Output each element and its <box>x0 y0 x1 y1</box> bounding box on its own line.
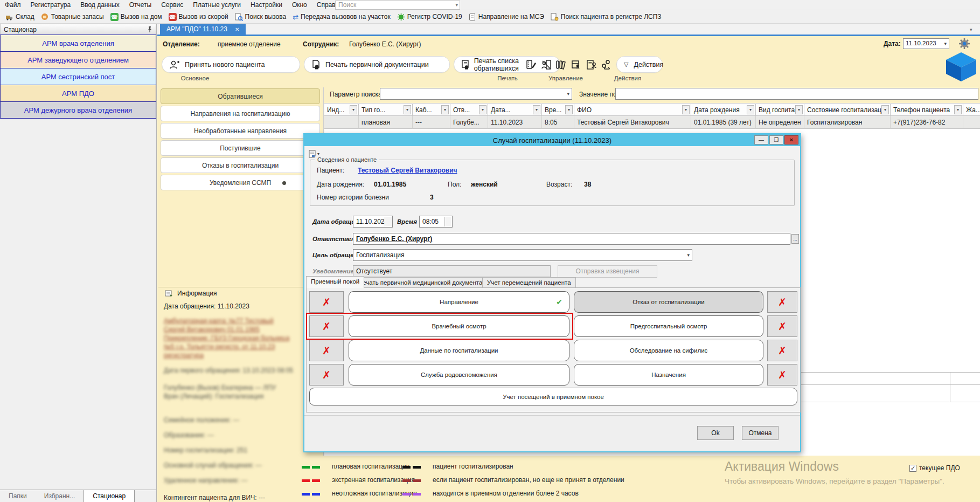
table-row-cell[interactable]: Госпитализирован <box>804 116 891 129</box>
tab-favorites[interactable]: Избранн... <box>36 490 84 502</box>
menu-service[interactable]: Сервис <box>156 0 188 10</box>
toolbar-warehouse[interactable]: Склад <box>2 11 38 23</box>
delete-syphilis-screening-button[interactable]: ✗ <box>767 340 797 361</box>
column-header-fio[interactable]: ФИО▾ <box>574 104 691 116</box>
medical-exam-button[interactable]: Врачебный осмотр <box>349 315 569 337</box>
spinner-icon[interactable] <box>385 217 392 226</box>
table-row-cell[interactable]: 11.10.2023 <box>488 116 542 129</box>
filter-icon[interactable]: ▾ <box>747 105 754 114</box>
filter-icon[interactable]: ▾ <box>350 105 357 114</box>
close-button[interactable]: ✕ <box>784 135 798 145</box>
patient-name-link[interactable]: Тестовый Сергей Витакорович <box>358 167 457 174</box>
column-header-responsible[interactable]: Отв...▾ <box>450 104 488 116</box>
ok-button[interactable]: Ok <box>697 426 734 440</box>
minimize-button[interactable]: — <box>754 135 768 145</box>
print-primary-docs-button[interactable]: Печать первичной документации <box>304 56 450 73</box>
close-icon[interactable]: ✕ <box>235 26 239 32</box>
responsible-picker-button[interactable]: ... <box>791 234 799 244</box>
hospitalization-data-button[interactable]: Данные по госпитализации <box>349 340 569 361</box>
toolbar-transfer-calls[interactable]: ⇄ Передача вызовов на участок <box>289 11 393 23</box>
filter-icon[interactable]: ▾ <box>533 105 540 114</box>
column-header-time[interactable]: Вре...▾ <box>542 104 574 116</box>
column-header-complaints[interactable]: Жа... <box>963 104 980 116</box>
column-header-phone[interactable]: Телефон пациента▾ <box>891 104 963 116</box>
nav-item-unprocessed-referrals[interactable]: Необработанные направления <box>161 123 320 139</box>
nav-item-ssmp-notifications[interactable]: Уведомления ССМП <box>161 175 320 190</box>
search-param-select[interactable]: ▾ <box>380 88 572 100</box>
document-person-button[interactable] <box>585 56 599 73</box>
table-row-cell[interactable]: Не определен <box>756 116 804 129</box>
filter-icon[interactable]: ▾ <box>441 105 449 114</box>
obstetrics-service-button[interactable]: Служба родовспоможения <box>349 364 569 386</box>
table-row-cell[interactable] <box>324 116 359 129</box>
table-row-cell[interactable] <box>963 116 980 129</box>
sidebar-item-arm-pdo[interactable]: АРМ ПДО <box>0 85 156 102</box>
column-header-type[interactable]: Тип го...▾ <box>359 104 413 116</box>
maximize-button[interactable]: ❒ <box>769 135 783 145</box>
toolbar-home-call[interactable]: ☎ Вызов на дом <box>107 11 165 23</box>
menu-registry[interactable]: Регистратура <box>26 0 76 10</box>
delete-prescriptions-button[interactable]: ✗ <box>767 364 797 386</box>
filter-icon[interactable]: ▾ <box>795 105 803 114</box>
table-row-cell[interactable]: Голубе... <box>450 116 488 129</box>
toolbar-ambulance-call[interactable]: ☎ Вызов из скорой <box>165 11 232 23</box>
toolbar-goods-stock[interactable]: Товарные запасы <box>38 11 107 23</box>
sidebar-item-arm-sestrinsky[interactable]: АРМ сестринский пост <box>0 68 156 85</box>
table-row-cell[interactable]: 8:05 <box>542 116 574 129</box>
column-header-cabinet[interactable]: Каб...▾ <box>413 104 450 116</box>
column-header-date[interactable]: Дата...▾ <box>488 104 542 116</box>
toolbar-mse-referral[interactable]: Направление на МСЭ <box>465 11 547 23</box>
toolbar-call-search[interactable]: Поиск вызова <box>232 11 290 23</box>
chevron-down-icon[interactable]: ▾ <box>944 41 947 46</box>
menu-reports[interactable]: Отчеты <box>124 0 156 10</box>
tab-patient-movements[interactable]: Учет перемещений пациента <box>482 277 576 288</box>
time-input[interactable]: 08:05 <box>419 216 453 228</box>
chevron-down-icon[interactable]: ▾ <box>687 252 690 258</box>
sidebar-item-arm-zaveduyushchego[interactable]: АРМ заведующего отделением <box>0 51 156 68</box>
menu-file[interactable]: Файл <box>0 0 26 10</box>
pin-icon[interactable] <box>147 26 152 33</box>
purpose-select[interactable]: Госпитализация▾ <box>353 249 692 261</box>
toolbar-lspz-patient-search[interactable]: Поиск пациента в регистре ЛСПЗ <box>547 11 665 23</box>
tab-arm-pdo[interactable]: АРМ "ПДО" 11.10.23 ✕ <box>160 24 246 35</box>
reception-journal-button[interactable] <box>524 56 538 73</box>
delete-obstetrics-button[interactable]: ✗ <box>309 364 344 386</box>
column-header-hosp-state[interactable]: Состояние госпитализации▾ <box>804 104 891 116</box>
prescriptions-button[interactable]: Назначения <box>574 364 763 386</box>
menu-paid-services[interactable]: Платные услуги <box>188 0 246 10</box>
delete-hospitalization-data-button[interactable]: ✗ <box>309 340 344 361</box>
delete-medical-exam-button[interactable]: ✗ <box>309 315 344 337</box>
patient-discharge-button[interactable] <box>539 56 553 73</box>
dialog-title-bar[interactable]: Случай госпитализации (11.10.2023) <box>304 134 800 146</box>
refusal-button[interactable]: Отказ от госпитализации <box>574 291 763 313</box>
sidebar-item-arm-dezhurnogo[interactable]: АРМ дежурного врача отделения <box>0 101 156 119</box>
date-select[interactable]: 11.10.2023 ▾ <box>903 38 949 49</box>
ward-placement-button[interactable] <box>569 56 583 73</box>
menu-data-entry[interactable]: Ввод данных <box>75 0 124 10</box>
chevron-down-icon[interactable]: ▾ <box>455 1 458 9</box>
current-pdo-checkbox[interactable]: ✓ текущее ПДО <box>909 464 960 472</box>
prehospital-exam-button[interactable]: Предгоспитальный осмотр <box>574 315 763 337</box>
filter-icon[interactable]: ▾ <box>881 105 889 114</box>
filter-icon[interactable]: ▾ <box>954 105 962 114</box>
delete-refusal-button[interactable]: ✗ <box>767 291 797 313</box>
filter-icon[interactable]: ▾ <box>565 105 573 114</box>
spinner-icon[interactable] <box>444 217 451 226</box>
nav-item-hospitalization-referrals[interactable]: Направления на госпитализацию <box>161 106 320 121</box>
chevron-down-icon[interactable]: ▾ <box>567 91 569 97</box>
gear-icon[interactable] <box>958 37 971 50</box>
sidebar-item-arm-vracha[interactable]: АРМ врача отделения <box>0 35 156 52</box>
tab-reception-room[interactable]: Приемный покой <box>306 276 364 288</box>
tab-folders[interactable]: Папки <box>0 490 36 502</box>
toolbar-covid-register[interactable]: Регистр COVID-19 <box>394 11 465 23</box>
filter-icon[interactable]: ▾ <box>404 105 411 114</box>
column-header-hosp-kind[interactable]: Вид госпита...▾ <box>756 104 804 116</box>
nav-item-admitted[interactable]: Поступившие <box>161 140 320 156</box>
global-search-input[interactable]: Поиск ▾ <box>335 1 460 10</box>
syphilis-screening-button[interactable]: Обследование на сифилис <box>574 340 763 361</box>
cancel-button[interactable]: Отмена <box>742 426 779 440</box>
checkbox-checked-icon[interactable]: ✓ <box>909 465 916 472</box>
delete-prehospital-exam-button[interactable]: ✗ <box>767 315 797 337</box>
table-row-cell[interactable]: плановая <box>359 116 413 129</box>
accept-new-patient-button[interactable]: Принять нового пациента <box>162 56 300 73</box>
